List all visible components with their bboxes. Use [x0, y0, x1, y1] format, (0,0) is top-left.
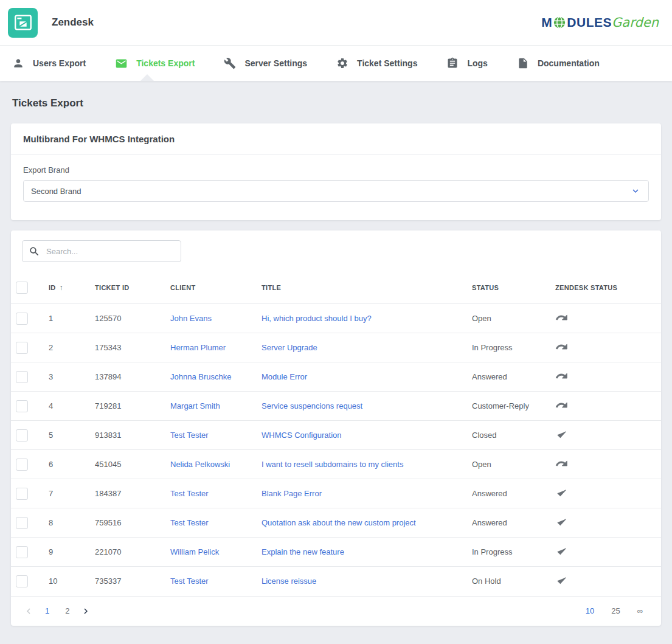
client-link[interactable]: Test Tester [170, 489, 209, 498]
check-icon [555, 580, 568, 589]
title-link[interactable]: Blank Page Error [262, 489, 322, 498]
table-row: 4 719281 Margart Smith Service suspencio… [11, 392, 661, 421]
column-header-ticket-id[interactable]: TICKET ID [90, 272, 165, 304]
row-id: 10 [44, 567, 90, 596]
column-header-status[interactable]: STATUS [467, 272, 550, 304]
globe-icon [553, 16, 566, 29]
client-link[interactable]: Nelida Pelkowski [170, 460, 230, 469]
export-brand-select[interactable]: Second Brand [23, 180, 649, 202]
row-checkbox[interactable] [16, 517, 28, 529]
page-1-button[interactable]: 1 [40, 604, 54, 618]
nav-server-settings[interactable]: Server Settings [224, 46, 307, 81]
redo-icon [555, 375, 568, 384]
clipboard-icon [446, 57, 459, 69]
row-ticket-id: 137894 [90, 362, 165, 392]
row-checkbox[interactable] [16, 342, 28, 354]
nav-label: Documentation [538, 58, 600, 68]
main-nav: Users Export Tickets Export Server Setti… [0, 46, 672, 81]
column-header-title[interactable]: TITLE [257, 272, 467, 304]
nav-ticket-settings[interactable]: Ticket Settings [336, 46, 417, 81]
nav-tickets-export[interactable]: Tickets Export [115, 46, 195, 81]
row-status: In Progress [467, 333, 550, 362]
prev-page-button[interactable] [23, 606, 34, 617]
client-link[interactable]: William Pelick [170, 547, 219, 556]
title-link[interactable]: License reissue [262, 576, 316, 586]
export-brand-label: Export Brand [23, 165, 649, 175]
title-link[interactable]: Server Upgrade [262, 343, 317, 352]
brand-part2: DULES [567, 15, 612, 30]
brand-part1: M [541, 15, 552, 30]
client-link[interactable]: Herman Plumer [170, 343, 226, 352]
row-ticket-id: 735337 [90, 567, 165, 596]
tickets-table-card: ID↑ TICKET ID CLIENT TITLE STATUS ZENDES… [11, 230, 661, 626]
row-status: Customer-Reply [467, 392, 550, 421]
row-id: 1 [44, 304, 90, 333]
title-link[interactable]: I want to resell subdomains to my client… [262, 460, 403, 469]
brand-part3: Garden [612, 15, 659, 30]
row-status: Open [467, 450, 550, 479]
nav-users-export[interactable]: Users Export [12, 46, 86, 81]
title-link[interactable]: Quotation ask about the new custom proje… [262, 518, 416, 527]
search-icon [29, 246, 40, 257]
row-ticket-id: 221070 [90, 538, 165, 567]
row-id: 9 [44, 538, 90, 567]
client-link[interactable]: Johnna Bruschke [170, 372, 231, 381]
row-checkbox[interactable] [16, 488, 28, 500]
title-link[interactable]: Explain the new feature [262, 547, 344, 556]
redo-icon [555, 463, 568, 472]
user-icon [12, 57, 24, 69]
page-size-10[interactable]: 10 [580, 604, 600, 618]
client-link[interactable]: Test Tester [170, 431, 209, 440]
title-link[interactable]: WHMCS Configuration [262, 431, 342, 440]
table-header-row: ID↑ TICKET ID CLIENT TITLE STATUS ZENDES… [11, 272, 661, 304]
title-link[interactable]: Service suspencions request [262, 401, 362, 410]
nav-documentation[interactable]: Documentation [517, 46, 600, 81]
multibrand-card-title: Multibrand For WHMCS Integration [11, 123, 661, 155]
table-row: 6 451045 Nelida Pelkowski I want to rese… [11, 450, 661, 479]
row-checkbox[interactable] [16, 400, 28, 412]
row-status: Answered [467, 362, 550, 392]
row-id: 8 [44, 508, 90, 538]
client-link[interactable]: Margart Smith [170, 401, 220, 410]
page-2-button[interactable]: 2 [60, 604, 74, 618]
row-checkbox[interactable] [16, 575, 28, 587]
redo-icon [555, 404, 568, 414]
column-header-id[interactable]: ID↑ [44, 272, 90, 304]
table-body: 1 125570 John Evans Hi, which product sh… [11, 304, 661, 596]
table-row: 10 735337 Test Tester License reissue On… [11, 567, 661, 596]
pagination-bar: 1 2 10 25 ∞ [11, 596, 661, 626]
nav-logs[interactable]: Logs [446, 46, 487, 81]
row-checkbox[interactable] [16, 371, 28, 383]
row-ticket-id: 913831 [90, 421, 165, 450]
column-header-client[interactable]: CLIENT [165, 272, 257, 304]
page-size-all[interactable]: ∞ [631, 604, 649, 618]
row-ticket-id: 175343 [90, 333, 165, 362]
next-page-button[interactable] [80, 606, 91, 617]
row-ticket-id: 759516 [90, 508, 165, 538]
title-link[interactable]: Hi, which product should I buy? [262, 314, 372, 323]
client-link[interactable]: Test Tester [170, 518, 209, 527]
tickets-table: ID↑ TICKET ID CLIENT TITLE STATUS ZENDES… [11, 272, 661, 596]
client-link[interactable]: John Evans [170, 314, 212, 323]
gear-icon [336, 57, 348, 69]
column-header-zendesk-status[interactable]: ZENDESK STATUS [550, 272, 661, 304]
search-input[interactable] [46, 247, 175, 256]
row-id: 7 [44, 479, 90, 508]
row-ticket-id: 184387 [90, 479, 165, 508]
zendesk-app-icon [8, 8, 38, 38]
row-status: Answered [467, 508, 550, 538]
row-checkbox[interactable] [16, 546, 28, 558]
row-checkbox[interactable] [16, 459, 28, 471]
selected-brand-value: Second Brand [31, 187, 81, 196]
envelope-icon [115, 57, 128, 70]
row-checkbox[interactable] [16, 313, 28, 325]
page-size-25[interactable]: 25 [605, 604, 626, 618]
table-row: 2 175343 Herman Plumer Server Upgrade In… [11, 333, 661, 362]
title-link[interactable]: Module Error [262, 372, 307, 381]
client-link[interactable]: Test Tester [170, 576, 209, 586]
app-header: Zendesk M DULES Garden [0, 0, 672, 46]
row-checkbox[interactable] [16, 429, 28, 441]
nav-label: Ticket Settings [357, 58, 417, 68]
select-all-checkbox[interactable] [16, 282, 28, 294]
row-id: 6 [44, 450, 90, 479]
